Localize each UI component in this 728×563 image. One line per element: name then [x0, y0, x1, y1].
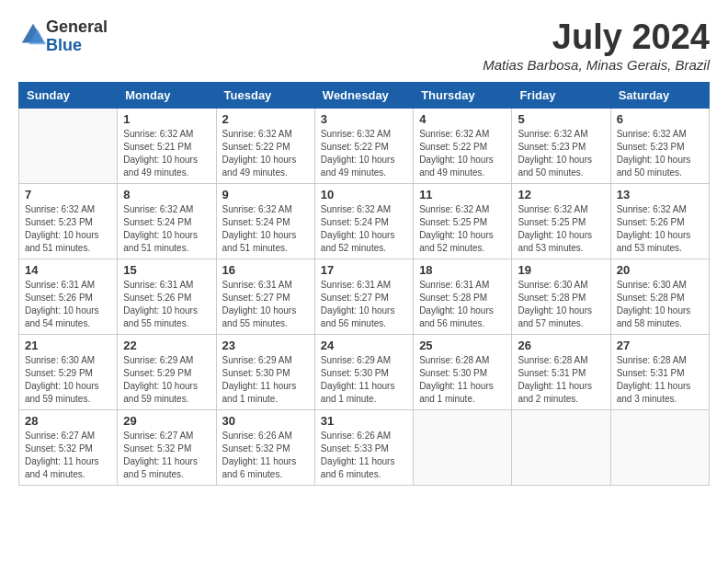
week-row-3: 14Sunrise: 6:31 AM Sunset: 5:26 PM Dayli… [19, 259, 710, 334]
day-info: Sunrise: 6:32 AM Sunset: 5:26 PM Dayligh… [617, 203, 703, 255]
day-info: Sunrise: 6:32 AM Sunset: 5:22 PM Dayligh… [222, 128, 309, 179]
day-info: Sunrise: 6:29 AM Sunset: 5:30 PM Dayligh… [321, 354, 407, 406]
day-info: Sunrise: 6:32 AM Sunset: 5:23 PM Dayligh… [617, 128, 703, 179]
day-info: Sunrise: 6:28 AM Sunset: 5:31 PM Dayligh… [617, 354, 703, 406]
day-cell [414, 409, 512, 485]
day-info: Sunrise: 6:32 AM Sunset: 5:23 PM Dayligh… [25, 203, 111, 255]
header-monday: Monday [118, 82, 216, 108]
day-number: 19 [518, 263, 604, 277]
day-number: 13 [617, 188, 703, 201]
day-info: Sunrise: 6:29 AM Sunset: 5:30 PM Dayligh… [222, 354, 309, 406]
day-cell: 10Sunrise: 6:32 AM Sunset: 5:24 PM Dayli… [314, 183, 413, 259]
day-info: Sunrise: 6:26 AM Sunset: 5:33 PM Dayligh… [321, 430, 407, 481]
day-info: Sunrise: 6:27 AM Sunset: 5:32 PM Dayligh… [25, 430, 111, 481]
day-number: 9 [222, 188, 309, 201]
day-number: 7 [25, 188, 111, 201]
day-number: 12 [518, 188, 604, 201]
day-cell: 19Sunrise: 6:30 AM Sunset: 5:28 PM Dayli… [512, 259, 610, 334]
logo-blue: Blue [46, 36, 82, 54]
day-number: 8 [123, 188, 210, 201]
day-cell: 29Sunrise: 6:27 AM Sunset: 5:32 PM Dayli… [118, 409, 216, 485]
day-number: 27 [617, 339, 703, 352]
day-number: 11 [419, 188, 506, 201]
calendar-table: SundayMondayTuesdayWednesdayThursdayFrid… [18, 82, 710, 486]
logo-icon [20, 22, 46, 48]
day-number: 28 [25, 414, 111, 428]
week-row-1: 1Sunrise: 6:32 AM Sunset: 5:21 PM Daylig… [19, 108, 710, 183]
day-info: Sunrise: 6:29 AM Sunset: 5:29 PM Dayligh… [123, 354, 210, 406]
day-info: Sunrise: 6:32 AM Sunset: 5:25 PM Dayligh… [518, 203, 604, 255]
day-cell: 27Sunrise: 6:28 AM Sunset: 5:31 PM Dayli… [610, 334, 709, 409]
header-tuesday: Tuesday [216, 82, 314, 108]
day-cell: 1Sunrise: 6:32 AM Sunset: 5:21 PM Daylig… [118, 108, 216, 183]
day-number: 14 [25, 263, 111, 277]
day-cell: 17Sunrise: 6:31 AM Sunset: 5:27 PM Dayli… [314, 259, 413, 334]
day-number: 16 [222, 263, 309, 277]
day-info: Sunrise: 6:28 AM Sunset: 5:31 PM Dayligh… [518, 354, 604, 406]
day-cell: 30Sunrise: 6:26 AM Sunset: 5:32 PM Dayli… [216, 409, 314, 485]
day-cell: 26Sunrise: 6:28 AM Sunset: 5:31 PM Dayli… [512, 334, 610, 409]
day-info: Sunrise: 6:32 AM Sunset: 5:25 PM Dayligh… [419, 203, 506, 255]
day-cell: 15Sunrise: 6:31 AM Sunset: 5:26 PM Dayli… [118, 259, 216, 334]
day-cell: 13Sunrise: 6:32 AM Sunset: 5:26 PM Dayli… [610, 183, 709, 259]
day-number: 24 [321, 339, 407, 352]
day-cell: 25Sunrise: 6:28 AM Sunset: 5:30 PM Dayli… [414, 334, 512, 409]
day-number: 20 [617, 263, 703, 277]
day-cell: 16Sunrise: 6:31 AM Sunset: 5:27 PM Dayli… [216, 259, 314, 334]
day-number: 2 [222, 112, 309, 126]
page-header: General Blue July 2024 Matias Barbosa, M… [18, 18, 710, 73]
day-number: 22 [123, 339, 210, 352]
calendar-header-row: SundayMondayTuesdayWednesdayThursdayFrid… [19, 82, 710, 108]
day-cell: 22Sunrise: 6:29 AM Sunset: 5:29 PM Dayli… [118, 334, 216, 409]
day-info: Sunrise: 6:28 AM Sunset: 5:30 PM Dayligh… [419, 354, 506, 406]
day-cell: 9Sunrise: 6:32 AM Sunset: 5:24 PM Daylig… [216, 183, 314, 259]
day-number: 30 [222, 414, 309, 428]
logo-text: General Blue [46, 18, 108, 55]
day-cell: 5Sunrise: 6:32 AM Sunset: 5:23 PM Daylig… [512, 108, 610, 183]
day-cell: 12Sunrise: 6:32 AM Sunset: 5:25 PM Dayli… [512, 183, 610, 259]
day-cell: 3Sunrise: 6:32 AM Sunset: 5:22 PM Daylig… [314, 108, 413, 183]
logo-general: General [46, 17, 108, 36]
day-info: Sunrise: 6:31 AM Sunset: 5:26 PM Dayligh… [25, 279, 111, 330]
month-title: July 2024 [483, 18, 710, 57]
day-cell: 28Sunrise: 6:27 AM Sunset: 5:32 PM Dayli… [19, 409, 118, 485]
day-cell: 2Sunrise: 6:32 AM Sunset: 5:22 PM Daylig… [216, 108, 314, 183]
header-friday: Friday [512, 82, 610, 108]
day-info: Sunrise: 6:32 AM Sunset: 5:21 PM Dayligh… [123, 128, 210, 179]
day-info: Sunrise: 6:30 AM Sunset: 5:28 PM Dayligh… [617, 279, 703, 330]
day-cell [610, 409, 709, 485]
day-cell: 11Sunrise: 6:32 AM Sunset: 5:25 PM Dayli… [414, 183, 512, 259]
day-number: 17 [321, 263, 407, 277]
day-number: 23 [222, 339, 309, 352]
day-number: 26 [518, 339, 604, 352]
day-info: Sunrise: 6:26 AM Sunset: 5:32 PM Dayligh… [222, 430, 309, 481]
title-area: July 2024 Matias Barbosa, Minas Gerais, … [483, 18, 710, 73]
day-info: Sunrise: 6:32 AM Sunset: 5:24 PM Dayligh… [321, 203, 407, 255]
header-saturday: Saturday [610, 82, 709, 108]
day-number: 10 [321, 188, 407, 201]
week-row-2: 7Sunrise: 6:32 AM Sunset: 5:23 PM Daylig… [19, 183, 710, 259]
day-cell: 24Sunrise: 6:29 AM Sunset: 5:30 PM Dayli… [314, 334, 413, 409]
day-info: Sunrise: 6:31 AM Sunset: 5:27 PM Dayligh… [321, 279, 407, 330]
week-row-4: 21Sunrise: 6:30 AM Sunset: 5:29 PM Dayli… [19, 334, 710, 409]
day-number: 5 [518, 112, 604, 126]
day-cell: 23Sunrise: 6:29 AM Sunset: 5:30 PM Dayli… [216, 334, 314, 409]
day-info: Sunrise: 6:30 AM Sunset: 5:29 PM Dayligh… [25, 354, 111, 406]
day-info: Sunrise: 6:31 AM Sunset: 5:28 PM Dayligh… [419, 279, 506, 330]
day-number: 4 [419, 112, 506, 126]
day-cell: 14Sunrise: 6:31 AM Sunset: 5:26 PM Dayli… [19, 259, 118, 334]
location-title: Matias Barbosa, Minas Gerais, Brazil [483, 57, 710, 73]
day-cell: 21Sunrise: 6:30 AM Sunset: 5:29 PM Dayli… [19, 334, 118, 409]
day-cell: 20Sunrise: 6:30 AM Sunset: 5:28 PM Dayli… [610, 259, 709, 334]
day-info: Sunrise: 6:32 AM Sunset: 5:22 PM Dayligh… [419, 128, 506, 179]
day-number: 3 [321, 112, 407, 126]
day-info: Sunrise: 6:27 AM Sunset: 5:32 PM Dayligh… [123, 430, 210, 481]
day-cell: 6Sunrise: 6:32 AM Sunset: 5:23 PM Daylig… [610, 108, 709, 183]
day-info: Sunrise: 6:30 AM Sunset: 5:28 PM Dayligh… [518, 279, 604, 330]
day-number: 1 [123, 112, 210, 126]
header-thursday: Thursday [414, 82, 512, 108]
day-cell [512, 409, 610, 485]
day-cell: 31Sunrise: 6:26 AM Sunset: 5:33 PM Dayli… [314, 409, 413, 485]
day-number: 29 [123, 414, 210, 428]
day-info: Sunrise: 6:32 AM Sunset: 5:23 PM Dayligh… [518, 128, 604, 179]
